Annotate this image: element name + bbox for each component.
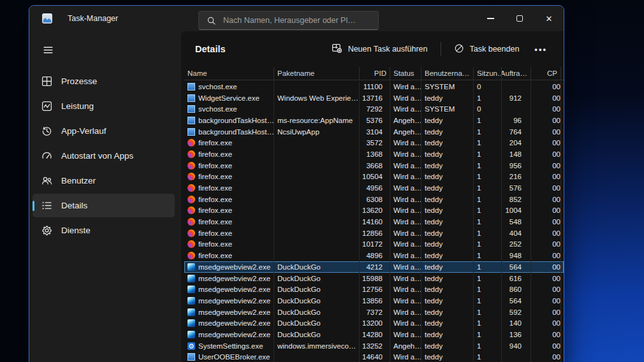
cell-job: 252 [502,239,531,250]
cell-value: teddy [425,117,443,124]
table-row[interactable]: msedgewebview2.exeDuckDuckGo14280Wird a…… [184,329,564,340]
cell-job: 948 [502,250,531,261]
run-new-task-button[interactable]: Neuen Task ausführen [324,38,435,60]
window-title: Task-Manager [68,6,118,31]
minimize-button[interactable] [476,6,505,31]
cell-name: firefox.exe [184,182,274,194]
table-row[interactable]: svchost.exe7292Wird a…SYSTEM000 [184,103,564,115]
cell-value: 1 [477,150,481,158]
cell-status: Wird a… [390,273,421,284]
cell-job: 216 [502,171,531,183]
cell-job: 140 [502,317,531,329]
table-row[interactable]: firefox.exe10504Wird a…teddy121600 [184,171,564,183]
services-icon [41,225,52,236]
cell-user: teddy [421,284,474,295]
table-row[interactable]: msedgewebview2.exeDuckDuckGo12756Wird a…… [184,284,564,295]
table-row[interactable]: firefox.exe4956Wird a…teddy157600 [184,182,564,194]
table-row[interactable]: WidgetService.exeWindows Web Experie…137… [184,92,564,104]
cell-value: 1 [477,263,481,271]
column-header-status[interactable]: Status [390,67,421,80]
process-name: firefox.exe [198,139,232,147]
cell-value: 13620 [362,206,383,214]
menu-toggle-button[interactable] [38,41,57,58]
column-header-name[interactable]: Name [184,67,274,80]
table-row[interactable]: firefox.exe3572Wird a…teddy120400 [184,137,564,148]
table-row[interactable]: firefox.exe10172Wird a…teddy125200 [184,239,564,250]
cell-user: teddy [421,171,474,183]
cell-value: 00 [552,353,560,361]
cell-pkg [274,216,360,228]
cell-session: 1 [474,307,502,318]
firefox-icon [187,252,195,259]
table-row[interactable]: msedgewebview2.exeDuckDuckGo13200Wird a…… [184,317,564,329]
cell-status: Angeh… [390,340,421,352]
cell-value: DuckDuckGo [277,263,321,271]
column-header-session[interactable]: Sitzun… [474,67,502,80]
table-row[interactable]: firefox.exe12856Wird a…teddy140400 [184,228,564,239]
cell-value: teddy [425,94,443,102]
table-row[interactable]: firefox.exe14160Wird a…teddy154800 [184,216,564,228]
table-row[interactable]: firefox.exe1368Wird a…teddy114800 [184,148,564,160]
cell-cpu: 00 [531,284,561,295]
cell-name: firefox.exe [184,137,274,148]
close-button[interactable]: ✕ [534,6,564,31]
cell-session: 1 [474,228,502,239]
sidebar-item-autostart[interactable]: Autostart von Apps [33,144,175,168]
end-task-button[interactable]: Task beenden [446,39,527,60]
cell-value: 956 [509,162,522,170]
table-row[interactable]: backgroundTaskHost…ms-resource:AppName53… [184,115,564,126]
table-row[interactable]: msedgewebview2.exeDuckDuckGo7372Wird a…t… [184,307,564,318]
cell-pid: 13620 [360,205,390,217]
cell-user: teddy [421,228,474,239]
cell-cpu: 00 [531,250,561,261]
column-header-pkg[interactable]: Paketname [274,67,360,80]
cell-value: SYSTEM [425,83,455,90]
edge-webview-icon [187,308,195,316]
cell-value: 1 [477,139,481,147]
table-row[interactable]: firefox.exe13620Wird a…teddy1100400 [184,205,564,217]
table-row[interactable]: UserOOBEBroker.exe14640Wird a…teddy100 [184,352,564,362]
column-header-pid[interactable]: PID [360,67,390,80]
sidebar-item-dienste[interactable]: Dienste [33,219,175,242]
sidebar-item-prozesse[interactable]: Prozesse [33,69,175,93]
table-row[interactable]: SystemSettings.exewindows.immersiveco…13… [184,340,564,352]
column-header-job[interactable]: Auftra… [502,67,531,80]
table-row[interactable]: firefox.exe6308Wird a…teddy185200 [184,194,564,205]
cell-value: Wird a… [393,162,421,170]
process-name: backgroundTaskHost… [198,117,274,124]
cell-session: 1 [474,171,502,183]
default-exe-icon [187,128,195,136]
table-row[interactable]: firefox.exe3668Wird a…teddy195600 [184,160,564,171]
table-row[interactable]: msedgewebview2.exeDuckDuckGo15988Wird a…… [184,273,564,284]
cell-value: 12856 [362,229,383,237]
sidebar-item-benutzer[interactable]: Benutzer [33,169,175,192]
table-row[interactable]: backgroundTaskHost…NcsiUwpApp3104Angeh…t… [184,126,564,138]
cell-value: 00 [552,229,560,237]
column-header-cpu[interactable]: CP [531,67,561,80]
table-row[interactable]: msedgewebview2.exeDuckDuckGo4212Wird a…t… [184,261,564,273]
table-row[interactable]: svchost.exe11100Wird a…SYSTEM000 [184,81,564,92]
default-exe-icon [187,94,195,102]
cell-value: 14280 [362,331,383,338]
sidebar-item-leistung[interactable]: Leistung [33,94,175,118]
cell-value: 5376 [366,117,383,124]
cell-value: Angeh… [393,342,421,350]
sidebar-item-app-verlauf[interactable]: App-Verlauf [33,119,175,143]
cell-value: 13252 [362,342,383,350]
cell-value: Angeh… [393,128,421,136]
cell-value: 1 [477,353,481,361]
more-options-button[interactable]: ••• [527,40,555,59]
cell-job: 616 [502,273,531,284]
column-header-user[interactable]: Benutzerna… [421,67,474,80]
sidebar-item-label: Details [61,201,87,210]
search-input[interactable]: Nach Namen, Herausgeber oder Pl… [198,11,379,30]
table-row[interactable]: msedgewebview2.exeDuckDuckGo13856Wird a…… [184,295,564,307]
cell-status: Wird a… [390,160,421,171]
history-icon [41,126,52,137]
cell-value: 00 [552,308,560,316]
table-row[interactable]: firefox.exe4896Wird a…teddy194800 [184,250,564,261]
cell-value: 96 [513,117,522,124]
maximize-button[interactable] [505,6,534,31]
sidebar-item-label: Benutzer [61,176,96,185]
sidebar-item-details[interactable]: Details [33,194,175,217]
